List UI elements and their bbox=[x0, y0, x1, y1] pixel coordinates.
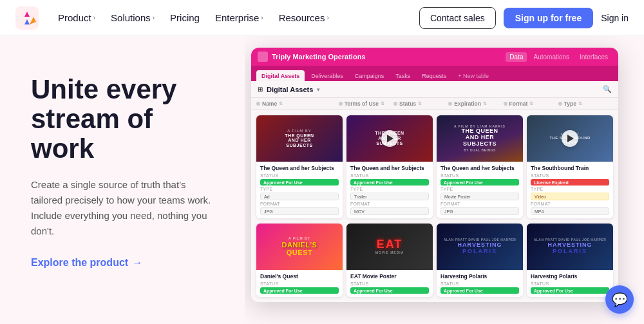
app-toolbar-title: Digital Assets bbox=[267, 86, 313, 93]
explore-product-link[interactable]: Explore the product → bbox=[31, 257, 219, 269]
app-screenshot: Triply Marketing Operations Data Automat… bbox=[251, 48, 618, 302]
card-img-eat: EAT MOVIE MEDIA bbox=[346, 224, 433, 270]
card-daniels-quest[interactable]: A FILM BY DANIEL'S QUEST Daniel's Quest … bbox=[256, 224, 343, 297]
card-queen-3[interactable]: A FILM BY LIAM HARRIS THE QUEEN AND HER … bbox=[437, 115, 523, 218]
card-body-eat: EAT Movie Poster STATUS Approved For Use bbox=[346, 270, 433, 297]
logo[interactable] bbox=[15, 6, 39, 30]
card-title: Daniel's Quest bbox=[260, 273, 339, 280]
status-badge: Approved For Use bbox=[440, 287, 519, 294]
nav-links: Product › Solutions › Pricing Enterprise… bbox=[52, 8, 419, 27]
card-train[interactable]: A FILM BY THE SOUTHBOUND TRAIN The South… bbox=[527, 115, 613, 218]
card-title: The Queen and her Subjects bbox=[260, 165, 339, 171]
status-badge: Approved For Use bbox=[350, 179, 429, 186]
type-tag: Movie Poster bbox=[440, 193, 519, 200]
card-body-train: The Southbound Train STATUS License Expi… bbox=[527, 162, 613, 218]
status-badge: Approved For Use bbox=[260, 179, 339, 186]
play-icon bbox=[387, 135, 393, 142]
chat-bubble-button[interactable]: 💬 bbox=[605, 285, 634, 314]
type-tag: Video bbox=[531, 193, 609, 200]
card-body-daniel: Daniel's Quest STATUS Approved For Use bbox=[256, 270, 343, 297]
card-img-harvesting2: ALAN PRATT DAVID PAUL JOE HARPER HARVEST… bbox=[527, 224, 613, 270]
nav-item-solutions[interactable]: Solutions › bbox=[104, 8, 161, 27]
solutions-chevron-icon: › bbox=[153, 14, 155, 21]
card-eat[interactable]: EAT MOVIE MEDIA EAT Movie Poster STATUS … bbox=[346, 224, 433, 297]
card-title: Harvestng Polaris bbox=[440, 273, 519, 280]
card-queen-2[interactable]: THE QUEEN AND HER SUBJECTS The Queen and… bbox=[346, 115, 433, 218]
card-img-queen2: THE QUEEN AND HER SUBJECTS bbox=[346, 115, 433, 162]
app-topbar-tabs: Data Automations Interfaces bbox=[506, 52, 612, 62]
col-header-type: Type ⇅ bbox=[558, 100, 613, 107]
col-sort-icon[interactable]: ⇅ bbox=[279, 101, 283, 106]
app-card-grid-row1: A FILM BY THE QUEEN AND HER SUBJECTS The… bbox=[251, 110, 618, 224]
col-header-name: Name ⇅ bbox=[256, 100, 339, 107]
card-title: Harvestng Polaris bbox=[531, 273, 609, 280]
card-body-queen2: The Queen and her Subjects STATUS Approv… bbox=[346, 162, 433, 218]
play-button-train[interactable] bbox=[562, 130, 578, 147]
app-logo-icon bbox=[258, 52, 268, 62]
status-badge: Approved For Use bbox=[350, 287, 429, 294]
format-tag: MOV bbox=[350, 207, 429, 215]
nav-item-product[interactable]: Product › bbox=[52, 8, 102, 27]
navbar: Product › Solutions › Pricing Enterprise… bbox=[0, 0, 644, 36]
card-img-harvesting1: ALAN PRATT DAVID PAUL JOE HARPER HARVEST… bbox=[437, 224, 523, 270]
topbar-tab-interfaces[interactable]: Interfaces bbox=[576, 52, 612, 62]
topbar-tab-automations[interactable]: Automations bbox=[529, 52, 573, 62]
type-tag: Ad bbox=[260, 193, 339, 200]
nav-item-pricing[interactable]: Pricing bbox=[164, 8, 206, 27]
card-img-daniel: A FILM BY DANIEL'S QUEST bbox=[256, 224, 343, 270]
card-img-train: A FILM BY THE SOUTHBOUND TRAIN bbox=[527, 115, 613, 162]
nav-item-enterprise[interactable]: Enterprise › bbox=[209, 8, 270, 27]
format-tag: JPG bbox=[260, 207, 339, 215]
card-harvesting-2[interactable]: ALAN PRATT DAVID PAUL JOE HARPER HARVEST… bbox=[527, 224, 613, 297]
app-topbar-title: Triply Marketing Operations bbox=[272, 53, 365, 61]
enterprise-chevron-icon: › bbox=[261, 14, 263, 21]
nav-item-resources[interactable]: Resources › bbox=[272, 8, 336, 27]
col-header-format: Format ⇅ bbox=[504, 100, 558, 107]
navtab-campaigns[interactable]: Campaigns bbox=[350, 70, 390, 81]
navtab-digital-assets[interactable]: Digital Assets bbox=[256, 70, 305, 81]
format-tag: JPG bbox=[440, 207, 519, 215]
chat-icon: 💬 bbox=[612, 292, 628, 307]
type-tag: Trailer bbox=[350, 193, 429, 200]
card-title: The Southbound Train bbox=[531, 165, 609, 171]
status-badge: License Expired bbox=[531, 179, 609, 186]
hero-section: Unite every stream of work Create a sing… bbox=[0, 36, 644, 324]
card-title: The Queen and her Subjects bbox=[440, 165, 519, 171]
play-icon bbox=[567, 135, 574, 142]
hero-left: Unite every stream of work Create a sing… bbox=[0, 36, 245, 324]
card-queen-1[interactable]: A FILM BY THE QUEEN AND HER SUBJECTS The… bbox=[256, 115, 343, 218]
status-badge: Approved For Use bbox=[531, 287, 609, 294]
toolbar-settings-icon[interactable]: ▾ bbox=[317, 86, 320, 93]
card-harvesting-1[interactable]: ALAN PRATT DAVID PAUL JOE HARPER HARVEST… bbox=[437, 224, 523, 297]
navtab-requests[interactable]: Requests bbox=[417, 70, 451, 81]
col-header-terms: Terms of Use ⇅ bbox=[339, 100, 393, 107]
format-tag: MP4 bbox=[531, 207, 609, 215]
navtab-tasks[interactable]: Tasks bbox=[390, 70, 415, 81]
hero-title: Unite every stream of work bbox=[31, 75, 219, 164]
app-navtabs: Digital Assets Deliverables Campaigns Ta… bbox=[251, 66, 618, 81]
signup-button[interactable]: Sign up for free bbox=[504, 8, 593, 28]
contact-sales-button[interactable]: Contact sales bbox=[419, 7, 496, 29]
search-icon[interactable]: 🔍 bbox=[603, 85, 612, 93]
topbar-tab-data[interactable]: Data bbox=[506, 52, 527, 62]
signin-button[interactable]: Sign in bbox=[601, 13, 629, 23]
card-title: The Queen and her Subjects bbox=[350, 165, 429, 171]
col-header-expiration: Expiration ⇅ bbox=[448, 100, 503, 107]
status-badge: Approved For Use bbox=[440, 179, 519, 186]
nav-actions: Contact sales Sign up for free Sign in bbox=[419, 7, 629, 29]
navtab-new-table[interactable]: + New table bbox=[454, 70, 493, 81]
product-chevron-icon: › bbox=[93, 14, 95, 21]
card-body-queen3: The Queen and her Subjects STATUS Approv… bbox=[437, 162, 523, 218]
hero-description: Create a single source of truth that's t… bbox=[31, 177, 219, 239]
status-badge: Approved For Use bbox=[260, 287, 339, 294]
card-img-queen1: A FILM BY THE QUEEN AND HER SUBJECTS bbox=[256, 115, 343, 162]
card-body-harvesting1: Harvestng Polaris STATUS Approved For Us… bbox=[437, 270, 523, 297]
card-title: EAT Movie Poster bbox=[350, 273, 429, 280]
navtab-deliverables[interactable]: Deliverables bbox=[306, 70, 348, 81]
hero-right: Triply Marketing Operations Data Automat… bbox=[245, 36, 644, 324]
play-button[interactable] bbox=[381, 130, 398, 147]
app-card-grid-row2: A FILM BY DANIEL'S QUEST Daniel's Quest … bbox=[251, 224, 618, 302]
card-img-queen3: A FILM BY LIAM HARRIS THE QUEEN AND HER … bbox=[437, 115, 523, 162]
app-toolbar: ⊞ Digital Assets ▾ 🔍 bbox=[251, 81, 618, 98]
card-body-queen1: The Queen and her Subjects STATUS Approv… bbox=[256, 162, 343, 218]
